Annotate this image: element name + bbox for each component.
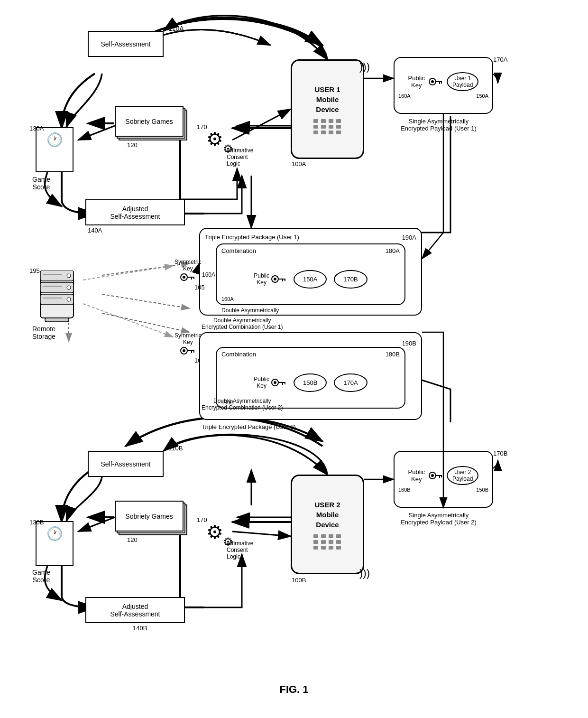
label-170b: 170B (493, 450, 507, 457)
label-105a: 105 (194, 284, 205, 291)
svg-point-40 (431, 474, 434, 477)
svg-point-9 (274, 278, 276, 280)
game-score-b: 🕐 (36, 521, 74, 566)
label-170-a: 170 (197, 123, 207, 131)
svg-point-14 (183, 276, 185, 279)
symmetric-key-b: SymmetricKey (175, 332, 202, 356)
label-140b: 140B (133, 625, 147, 632)
adjusted-self-assessment-b-label: AdjustedSelf-Assessment (110, 603, 160, 618)
wifi-signal-a: ))) (359, 61, 370, 73)
svg-point-25 (67, 274, 71, 278)
gear-affirmative-a: ⚙ (206, 128, 223, 150)
label-170a: 170A (493, 56, 507, 63)
wifi-signal-b: ))) (359, 567, 370, 579)
label-120b: 120 (127, 536, 138, 543)
label-130b: 130B (29, 519, 44, 526)
sobriety-games-a: Sobriety Games (115, 106, 184, 141)
fig-label: FIG. 1 (247, 683, 341, 696)
label-100a: 100A (292, 160, 306, 168)
triple-encrypted-a-title: Triple Encrypted Package (User 1) (205, 233, 299, 241)
single-encrypted-b-text: Single AsymmetricallyEncrypted Payload (… (384, 512, 493, 526)
triple-encrypted-b-title-label: Triple Encrypted Package (User 2) (202, 423, 296, 430)
game-score-a: 🕐 (36, 127, 74, 172)
label-130a: 130A (29, 125, 44, 132)
label-100b: 100B (292, 577, 306, 584)
single-encrypted-a-text: Single AsymmetricallyEncrypted Payload (… (384, 118, 493, 132)
combination-a-box: Combination 180A PublicKey 150A (216, 243, 405, 305)
self-assessment-b-label: Self-Assessment (101, 460, 150, 468)
user2-mobile-device: USER 2MobileDevice (291, 475, 364, 574)
svg-rect-28 (45, 318, 69, 322)
affirmative-consent-b-label: AffirmativeConsentLogic (227, 540, 253, 560)
game-score-a-text: GameScore (32, 176, 50, 191)
label-170-b: 170 (197, 516, 207, 523)
remote-storage-server (36, 270, 83, 323)
single-encrypted-b-box: PublicKey User 2Payload 160B150B (394, 451, 493, 508)
symmetric-key-a: SymmetricKey (175, 259, 202, 282)
affirmative-consent-a-label: AffirmativeConsentLogic (227, 147, 253, 167)
adjusted-self-assessment-b-box: AdjustedSelf-Assessment (85, 597, 185, 623)
game-score-b-text: GameScore (32, 569, 50, 584)
sobriety-games-b: Sobriety Games (115, 501, 184, 536)
double-encrypted-b-text: Double AsymmetricallyEncrypted Combinati… (202, 398, 283, 411)
svg-point-30 (183, 349, 185, 352)
self-assessment-a-box: Self-Assessment (88, 31, 164, 57)
label-140a: 140A (88, 227, 102, 234)
svg-point-35 (274, 381, 276, 384)
label-160a-key: 160A (202, 271, 215, 278)
diagram: Self-Assessment 110A USER 1MobileDevice … (0, 0, 588, 718)
svg-point-26 (67, 286, 71, 289)
remote-storage-text: RemoteStorage (32, 325, 55, 340)
self-assessment-b-box: Self-Assessment (88, 451, 164, 477)
user1-device-label: USER 1MobileDevice (314, 84, 340, 114)
single-encrypted-a-box: PublicKey User 1Payload 160A150A (394, 57, 493, 114)
svg-point-4 (431, 80, 434, 83)
self-assessment-a-label: Self-Assessment (101, 40, 150, 48)
label-195: 195 (29, 267, 40, 274)
adjusted-self-assessment-a-label: AdjustedSelf-Assessment (110, 205, 160, 220)
user2-device-label: USER 2MobileDevice (314, 500, 340, 530)
user1-mobile-device: USER 1MobileDevice (291, 59, 364, 159)
label-110b: 110B (168, 445, 183, 452)
adjusted-self-assessment-a-box: AdjustedSelf-Assessment (85, 199, 185, 225)
gear-affirmative-b: ⚙ (206, 521, 223, 543)
label-120a: 120 (127, 141, 138, 149)
svg-point-27 (67, 298, 71, 301)
double-encrypted-a-text: Double AsymmetricallyEncrypted Combinati… (202, 317, 283, 330)
triple-encrypted-a-box: Triple Encrypted Package (User 1) 190A C… (199, 228, 422, 316)
label-110a: 110A (168, 25, 184, 32)
